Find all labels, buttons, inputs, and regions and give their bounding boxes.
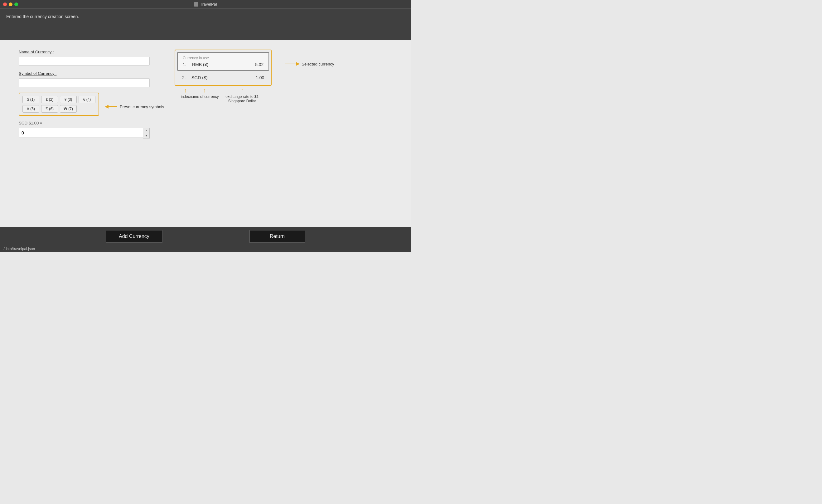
currency-rate-1: 5.02 [255, 62, 264, 67]
index-up-arrow-icon: ↑ [184, 88, 187, 93]
symbol-btn-4[interactable]: € (4) [79, 96, 95, 103]
currency-name-2: SGD ($) [191, 75, 256, 80]
currency-name-1: RMB (¥) [192, 62, 255, 67]
maximize-button[interactable] [14, 2, 18, 6]
app-title-text: TravelPal [200, 2, 217, 7]
spin-up-button[interactable]: ▲ [143, 128, 149, 133]
currency-row-2[interactable]: 2. SGD ($) 1.00 [177, 72, 269, 83]
index-annotation-col: ↑ index [181, 88, 190, 103]
title-bar: TravelPal [0, 0, 411, 9]
symbol-btn-2[interactable]: £ (2) [41, 96, 58, 103]
name-annotation-col: ↑ name of currency [190, 88, 219, 103]
right-panel: Currency in use 1. RMB (¥) 5.02 2. SGD (… [174, 50, 272, 103]
bottom-annotations: ↑ index ↑ name of currency ↑ exchange ra… [174, 86, 272, 103]
minimize-button[interactable] [9, 2, 12, 6]
spin-down-button[interactable]: ▼ [143, 133, 149, 138]
content-area: Name of Currency : Symbol of Currency : … [0, 40, 411, 252]
symbol-btn-1[interactable]: $ (1) [22, 96, 39, 103]
app-icon [194, 2, 198, 7]
symbol-btn-6[interactable]: ₹ (6) [41, 105, 58, 113]
symbol-btn-5[interactable]: ฿ (5) [22, 105, 39, 113]
return-button[interactable]: Return [249, 230, 305, 243]
exchange-rate-input[interactable] [19, 128, 143, 138]
name-up-arrow-icon: ↑ [203, 88, 206, 93]
currency-selected-item[interactable]: Currency in use 1. RMB (¥) 5.02 [177, 52, 269, 71]
name-input[interactable] [19, 57, 150, 65]
log-area: Entered the currency creation screen. [0, 9, 411, 40]
currency-in-use-label: Currency in use [183, 56, 264, 60]
right-panel-wrapper: Currency in use 1. RMB (¥) 5.02 2. SGD (… [174, 50, 272, 246]
rate-annotation-col: ↑ exchange rate to $1 Singapore Dollar [219, 88, 265, 103]
currency-list-outer: Currency in use 1. RMB (¥) 5.02 2. SGD (… [174, 50, 272, 86]
preset-section: $ (1) £ (2) ¥ (3) € (4) ฿ (5) ₹ (6) ₩ (7… [19, 93, 150, 121]
selected-arrow-icon [284, 61, 300, 67]
symbol-row-2: ฿ (5) ₹ (6) ₩ (7) [22, 105, 95, 113]
symbol-btn-7[interactable]: ₩ (7) [60, 105, 77, 113]
symbol-row-1: $ (1) £ (2) ¥ (3) € (4) [22, 96, 95, 103]
preset-arrow-icon [105, 103, 118, 110]
close-button[interactable] [3, 2, 7, 6]
name-label: Name of Currency : [19, 50, 150, 54]
preset-annotation: Preset currency symbols [105, 103, 164, 110]
sgd-label: SGD $1.00 = [19, 121, 150, 125]
status-bar: ./data/travelpal.json [0, 246, 411, 252]
log-message: Entered the currency creation screen. [6, 14, 79, 19]
rate-up-arrow-icon: ↑ [241, 88, 244, 93]
currency-index-1: 1. [183, 62, 192, 67]
index-annotation-text: index [181, 94, 190, 99]
add-currency-button[interactable]: Add Currency [106, 230, 162, 243]
selected-currency-annotation: Selected currency [284, 61, 334, 67]
spinner-controls: ▲ ▼ [143, 128, 150, 138]
symbol-label: Symbol of Currency : [19, 71, 150, 76]
bottom-bar: Add Currency Return [0, 227, 411, 246]
window-controls [3, 2, 18, 6]
status-path: ./data/travelpal.json [2, 247, 35, 251]
name-annotation-text: name of currency [190, 94, 219, 99]
currency-row-1: 1. RMB (¥) 5.02 [183, 62, 264, 67]
symbol-input[interactable] [19, 78, 150, 87]
left-panel: Name of Currency : Symbol of Currency : … [19, 50, 150, 246]
currency-rate-2: 1.00 [256, 75, 264, 80]
exchange-rate-spinner: ▲ ▼ [19, 128, 150, 138]
app-window: TravelPal Entered the currency creation … [0, 0, 411, 252]
preset-annotation-text: Preset currency symbols [120, 104, 164, 109]
preset-symbols-box: $ (1) £ (2) ¥ (3) € (4) ฿ (5) ₹ (6) ₩ (7… [19, 93, 99, 116]
selected-annotation-text: Selected currency [302, 62, 334, 66]
currency-index-2: 2. [182, 75, 191, 80]
window-title: TravelPal [194, 2, 217, 7]
rate-annotation-text: exchange rate to $1 Singapore Dollar [219, 94, 265, 103]
symbol-btn-3[interactable]: ¥ (3) [60, 96, 77, 103]
